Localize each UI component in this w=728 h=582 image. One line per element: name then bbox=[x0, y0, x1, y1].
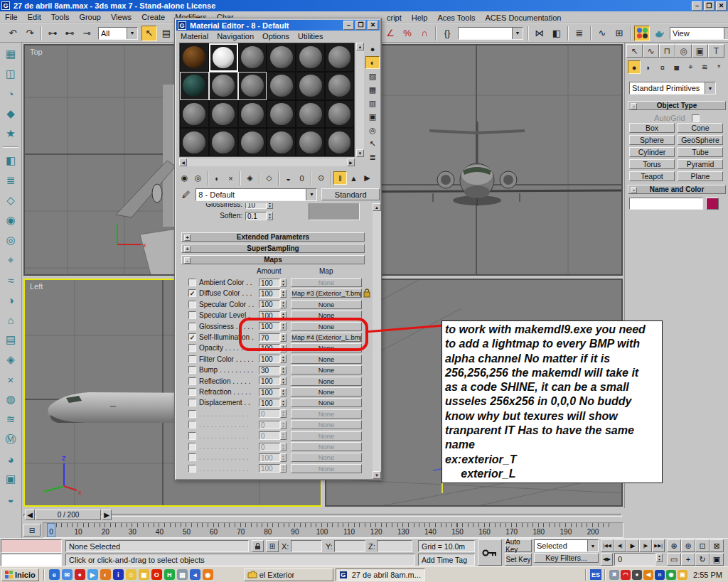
map-amount-field[interactable]: 0 bbox=[259, 409, 280, 418]
menu-item[interactable]: Help bbox=[407, 13, 433, 23]
go-to-parent-icon[interactable]: ▲ bbox=[347, 171, 360, 185]
spinner-icon[interactable]: ▲▼ bbox=[280, 464, 287, 473]
shapes-icon[interactable]: ◗ bbox=[642, 60, 655, 74]
go-to-end-icon[interactable]: ▶▶| bbox=[652, 539, 665, 552]
quicklaunch-icon-8[interactable]: ▣ bbox=[139, 569, 149, 580]
named-selection-sets-icon[interactable]: {} bbox=[439, 26, 455, 41]
left-toolbar-icon[interactable]: Ⓜ bbox=[2, 431, 20, 448]
object-type-button-pyramid[interactable]: Pyramid bbox=[678, 159, 723, 169]
left-toolbar-icon[interactable]: ⌖ bbox=[2, 252, 20, 269]
spinner-icon[interactable]: ▲▼ bbox=[280, 300, 287, 308]
utilities-tab[interactable]: T bbox=[708, 44, 724, 58]
menu-item[interactable]: Group bbox=[74, 12, 106, 22]
align-icon[interactable]: ◧ bbox=[549, 26, 564, 41]
extended-parameters-rollout[interactable]: + Extended Parameters bbox=[181, 232, 365, 242]
spinner-icon[interactable]: ▲▼ bbox=[280, 409, 287, 418]
autogrid-checkbox[interactable] bbox=[692, 114, 700, 122]
map-checkbox[interactable] bbox=[188, 410, 196, 418]
spinner-icon[interactable]: ▲▼ bbox=[280, 443, 287, 451]
unlink-selection-icon[interactable]: ⊷ bbox=[62, 26, 77, 41]
show-end-result-icon[interactable]: ‖ bbox=[333, 171, 347, 185]
spinner-snap-icon[interactable]: ∩ bbox=[417, 26, 432, 41]
tray-icon-5[interactable]: n bbox=[655, 570, 665, 580]
left-toolbar-icon[interactable]: ◑ bbox=[2, 291, 20, 308]
menu-item[interactable]: Navigation bbox=[213, 32, 258, 41]
spinner-icon[interactable]: ▲▼ bbox=[280, 431, 287, 440]
bind-to-space-warp-icon[interactable]: ⊸ bbox=[79, 26, 95, 41]
cameras-icon[interactable]: ◙ bbox=[670, 60, 683, 74]
object-type-button-tube[interactable]: Tube bbox=[678, 147, 723, 157]
absolute-offset-toggle-icon[interactable]: ⊞ bbox=[266, 540, 279, 552]
left-toolbar-icon[interactable]: ◧ bbox=[2, 152, 20, 169]
restore-button[interactable]: ❐ bbox=[704, 1, 714, 11]
selection-filter-dropdown[interactable]: All▼ bbox=[98, 27, 138, 40]
spinner-icon[interactable]: ▲▼ bbox=[280, 388, 287, 397]
spinner-icon[interactable]: ▲▼ bbox=[280, 333, 287, 342]
map-button[interactable]: None bbox=[291, 453, 362, 462]
spinner-icon[interactable]: ▲▼ bbox=[280, 377, 287, 385]
task-button[interactable]: G27 de abril 8am.m... bbox=[336, 568, 425, 581]
chevron-down-icon[interactable]: ▼ bbox=[705, 82, 715, 94]
menu-item[interactable]: ACES Documentation bbox=[480, 13, 566, 23]
tray-avira-icon[interactable]: ◠ bbox=[621, 570, 631, 580]
object-type-button-torus[interactable]: Torus bbox=[629, 159, 675, 169]
map-checkbox[interactable]: ✓ bbox=[188, 333, 196, 341]
undo-icon[interactable]: ↶ bbox=[5, 26, 21, 41]
schematic-view-icon[interactable]: ⊞ bbox=[611, 26, 627, 41]
object-type-button-teapot[interactable]: Teapot bbox=[629, 171, 675, 181]
quicklaunch-icon-7[interactable]: ☺ bbox=[126, 569, 136, 580]
left-toolbar-icon[interactable]: ◒ bbox=[2, 490, 20, 507]
task-button[interactable]: el Exterior bbox=[244, 568, 333, 581]
left-toolbar-icon[interactable]: ◫ bbox=[2, 65, 20, 82]
map-button[interactable]: None bbox=[291, 387, 362, 397]
params-scrollbar[interactable]: ▲ ▼ bbox=[373, 203, 381, 479]
spinner-icon[interactable]: ▲▼ bbox=[280, 421, 287, 429]
object-type-button-cylinder[interactable]: Cylinder bbox=[629, 147, 675, 157]
time-slider-track[interactable]: ◀ 0 / 200 ▶ bbox=[22, 508, 623, 522]
left-toolbar-icon[interactable]: ▣ bbox=[2, 470, 20, 487]
map-button[interactable]: None bbox=[291, 311, 362, 320]
left-toolbar-icon[interactable]: ★ bbox=[2, 125, 20, 142]
quicklaunch-icon-9[interactable]: O bbox=[151, 569, 162, 580]
map-button[interactable]: None bbox=[291, 409, 362, 419]
map-amount-field[interactable]: 100 bbox=[259, 377, 280, 385]
map-amount-field[interactable]: 100 bbox=[259, 399, 280, 407]
material-sample-slot[interactable] bbox=[209, 43, 238, 72]
toolbar-dropdown[interactable]: ▼ bbox=[458, 27, 523, 40]
material-sample-slot[interactable] bbox=[296, 72, 325, 100]
track-bar-ruler[interactable]: 0102030405060708090100110120130140150160… bbox=[43, 522, 623, 538]
select-by-material-icon[interactable]: ↖ bbox=[365, 137, 380, 150]
spinner-icon[interactable]: ▲▼ bbox=[656, 554, 663, 562]
taskbar-clock[interactable]: 2:55 PM bbox=[693, 571, 722, 579]
material-sample-slot[interactable] bbox=[180, 128, 209, 156]
map-checkbox[interactable] bbox=[188, 311, 196, 319]
menu-item[interactable]: Material bbox=[176, 32, 213, 41]
scroll-right-icon[interactable]: ▶ bbox=[347, 158, 355, 166]
left-toolbar-icon[interactable]: × bbox=[2, 371, 20, 388]
motion-tab[interactable]: ◎ bbox=[675, 44, 692, 58]
material-sample-slot[interactable] bbox=[267, 100, 296, 129]
collapse-icon[interactable]: - bbox=[631, 187, 637, 193]
map-button[interactable]: Map #3 (Exterior_T.bmp) bbox=[291, 289, 362, 298]
close-button[interactable]: ✕ bbox=[368, 21, 378, 30]
make-unique-icon[interactable]: ◇ bbox=[262, 171, 276, 185]
angle-snap-icon[interactable]: ∠ bbox=[382, 26, 398, 41]
left-toolbar-icon[interactable]: ◇ bbox=[2, 192, 20, 209]
selection-lock-icon[interactable] bbox=[252, 540, 264, 552]
map-checkbox[interactable] bbox=[188, 279, 196, 286]
quicklaunch-icon-4[interactable]: ▶ bbox=[87, 569, 98, 580]
viewport-top-label[interactable]: Top bbox=[30, 48, 43, 56]
geometry-icon[interactable]: ● bbox=[628, 60, 641, 74]
spinner-icon[interactable]: ▲▼ bbox=[280, 322, 287, 330]
map-checkbox[interactable] bbox=[188, 301, 196, 308]
left-toolbar-icon[interactable]: ≋ bbox=[2, 411, 20, 428]
map-checkbox[interactable] bbox=[188, 355, 196, 363]
material-sample-slot[interactable] bbox=[296, 100, 325, 129]
viewport-left-label[interactable]: Left bbox=[30, 282, 43, 291]
map-amount-field[interactable]: 100 bbox=[259, 388, 280, 397]
material-sample-slot[interactable] bbox=[209, 72, 238, 100]
make-preview-icon[interactable]: ▣ bbox=[365, 110, 380, 123]
make-material-copy-icon[interactable]: ◈ bbox=[243, 171, 257, 185]
map-checkbox[interactable] bbox=[188, 344, 196, 352]
display-tab[interactable]: ▣ bbox=[692, 44, 708, 58]
